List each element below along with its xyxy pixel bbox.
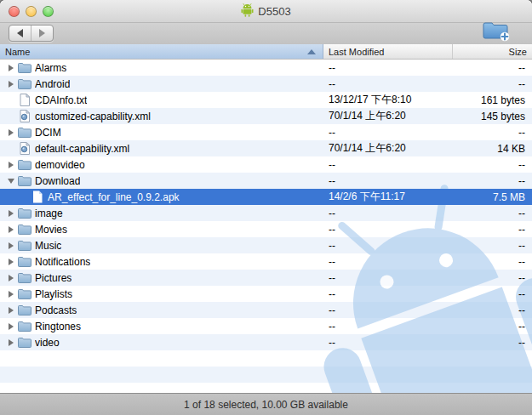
last-modified-value: -- — [323, 224, 453, 236]
back-arrow-icon — [17, 29, 23, 37]
file-name: image — [35, 208, 63, 219]
file-name: default-capability.xml — [35, 143, 129, 155]
disclosure-triangle-icon[interactable] — [6, 307, 16, 314]
last-modified-value: -- — [323, 256, 453, 268]
last-modified-value: -- — [323, 78, 453, 90]
folder-icon — [17, 287, 31, 301]
folder-icon — [17, 158, 31, 172]
disclosure-triangle-icon[interactable] — [6, 291, 16, 298]
file-list[interactable]: Alarms -- -- Android -- -- CDAInfo.txt 1… — [0, 60, 532, 393]
table-row[interactable]: Pictures -- -- — [0, 270, 532, 286]
size-value: -- — [453, 337, 532, 349]
disclosure-triangle-icon[interactable] — [6, 162, 16, 168]
table-row[interactable]: DCIM -- -- — [0, 124, 532, 140]
statusbar: 1 of 18 selected, 10.00 GB available — [0, 393, 532, 415]
new-folder-icon — [482, 20, 511, 43]
disclosure-triangle-icon[interactable] — [6, 339, 16, 346]
table-row[interactable]: image -- -- — [0, 205, 532, 221]
disclosure-triangle-icon[interactable] — [6, 323, 16, 330]
file-name: Pictures — [35, 272, 72, 284]
last-modified-value: 13/12/17 下午8:10 — [323, 93, 453, 107]
table-row[interactable]: Ringtones -- -- — [0, 318, 532, 334]
table-row[interactable]: Movies -- -- — [0, 221, 532, 237]
forward-arrow-icon — [39, 29, 45, 37]
table-row[interactable]: demovideo -- -- — [0, 156, 532, 173]
android-robot-icon — [241, 3, 254, 20]
disclosure-triangle-icon[interactable] — [6, 226, 16, 233]
apk-file-icon — [30, 190, 44, 204]
folder-icon — [17, 336, 31, 350]
text-file-icon — [17, 94, 31, 107]
back-button[interactable] — [9, 26, 31, 41]
last-modified-value: 70/1/14 上午6:20 — [323, 109, 453, 123]
size-value: 14 KB — [453, 143, 532, 155]
disclosure-triangle-icon[interactable] — [6, 210, 16, 217]
file-rows: Alarms -- -- Android -- -- CDAInfo.txt 1… — [0, 60, 532, 350]
disclosure-triangle-icon[interactable] — [6, 81, 16, 88]
table-row[interactable]: Download -- -- — [0, 173, 532, 189]
table-row[interactable]: CDAInfo.txt 13/12/17 下午8:10 161 bytes — [0, 92, 532, 108]
table-row[interactable]: Music -- -- — [0, 237, 532, 253]
table-row[interactable]: default-capability.xml 70/1/14 上午6:20 14… — [0, 140, 532, 156]
file-name: Download — [35, 175, 80, 187]
last-modified-value: -- — [323, 62, 453, 74]
folder-icon — [17, 61, 31, 75]
table-row[interactable]: Playlists -- -- — [0, 286, 532, 302]
table-row[interactable]: Alarms -- -- — [0, 60, 532, 76]
size-value: 7.5 MB — [453, 191, 532, 203]
table-row[interactable]: video -- -- — [0, 334, 532, 350]
size-value: -- — [453, 62, 532, 74]
file-name: Android — [35, 78, 70, 90]
last-modified-value: -- — [323, 175, 453, 187]
disclosure-triangle-icon[interactable] — [6, 129, 16, 136]
size-value: -- — [453, 159, 532, 171]
last-modified-value: -- — [323, 288, 453, 300]
disclosure-triangle-icon[interactable] — [6, 275, 16, 281]
column-header-name[interactable]: Name — [0, 44, 323, 59]
disclosure-triangle-icon[interactable] — [6, 65, 16, 71]
folder-icon — [17, 126, 31, 139]
file-name: DCIM — [35, 127, 61, 139]
size-value: -- — [453, 127, 532, 139]
titlebar[interactable]: D5503 — [0, 0, 532, 23]
last-modified-value: -- — [323, 208, 453, 219]
xml-file-icon — [17, 142, 31, 156]
folder-icon — [17, 255, 31, 269]
toolbar — [0, 23, 532, 44]
folder-icon — [17, 271, 31, 285]
size-value: -- — [453, 256, 532, 268]
size-value: -- — [453, 240, 532, 252]
file-name: Podcasts — [35, 304, 77, 316]
size-value: -- — [453, 175, 532, 187]
file-name: Playlists — [35, 288, 72, 300]
folder-icon — [17, 77, 31, 91]
table-row[interactable]: Android -- -- — [0, 76, 532, 92]
file-name: Ringtones — [35, 321, 81, 333]
folder-icon — [17, 304, 31, 317]
table-row[interactable]: Notifications -- -- — [0, 253, 532, 270]
disclosure-triangle-icon[interactable] — [6, 179, 16, 184]
last-modified-value: 14/2/6 下午11:17 — [323, 190, 453, 204]
file-name: AR_effect_for_line_0.9.2.apk — [48, 191, 180, 203]
file-name: Music — [35, 240, 61, 252]
column-header-size[interactable]: Size — [453, 44, 532, 59]
size-value: -- — [453, 272, 532, 284]
last-modified-value: -- — [323, 321, 453, 333]
column-header-last-modified[interactable]: Last Modified — [323, 44, 453, 59]
last-modified-value: -- — [323, 127, 453, 139]
new-folder-button[interactable] — [480, 18, 512, 43]
disclosure-triangle-icon[interactable] — [6, 242, 16, 249]
forward-button[interactable] — [31, 26, 53, 41]
xml-file-icon — [17, 110, 31, 123]
status-text: 1 of 18 selected, 10.00 GB available — [184, 399, 348, 411]
disclosure-triangle-icon[interactable] — [6, 259, 16, 265]
navigation-control — [9, 25, 54, 42]
android-file-transfer-window: D5503 Name Last Modified Si — [0, 0, 532, 415]
last-modified-value: -- — [323, 159, 453, 171]
table-row[interactable]: Podcasts -- -- — [0, 302, 532, 318]
table-row[interactable]: AR_effect_for_line_0.9.2.apk 14/2/6 下午11… — [0, 189, 532, 205]
size-value: -- — [453, 321, 532, 333]
size-value: 145 bytes — [453, 111, 532, 122]
file-name: customized-capability.xml — [35, 111, 151, 122]
table-row[interactable]: customized-capability.xml 70/1/14 上午6:20… — [0, 108, 532, 124]
